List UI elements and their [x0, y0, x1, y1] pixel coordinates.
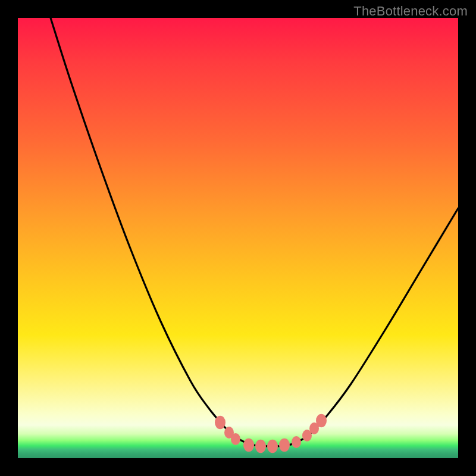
highlight-dot: [243, 439, 254, 452]
curve-layer: [18, 18, 458, 458]
plot-area: [18, 18, 458, 458]
watermark-text: TheBottleneck.com: [353, 4, 468, 19]
highlight-dot: [302, 430, 312, 441]
highlight-dot: [316, 414, 327, 428]
highlight-dot: [231, 433, 240, 445]
highlight-dot: [309, 422, 319, 434]
highlight-dot: [255, 440, 266, 453]
highlight-dot: [215, 416, 226, 430]
highlight-dot: [224, 427, 234, 439]
bottleneck-curve: [51, 18, 458, 446]
highlight-dot: [279, 439, 290, 452]
chart-frame: TheBottleneck.com: [0, 0, 476, 476]
highlight-dot: [292, 436, 301, 448]
highlight-dot: [267, 440, 278, 453]
highlight-dots: [215, 414, 327, 453]
